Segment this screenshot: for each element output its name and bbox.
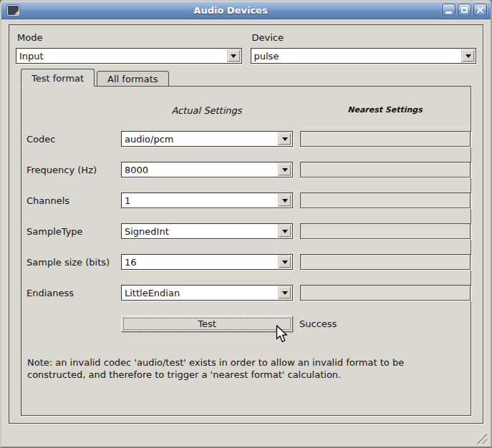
chevron-down-icon	[466, 54, 471, 58]
codec-selected-value: audio/pcm	[125, 134, 277, 145]
chevron-down-icon	[282, 230, 288, 233]
chevron-down-icon	[231, 54, 236, 58]
device-selected-value: pulse	[254, 51, 461, 62]
frequency-nearest-field	[300, 162, 471, 177]
sampletype-label: SampleType	[26, 226, 121, 237]
frequency-dropdown-button[interactable]	[279, 164, 291, 175]
row-channels: Channels 1	[26, 193, 471, 208]
row-samplesize: Sample size (bits) 16	[26, 254, 471, 270]
window-content: Mode Input Device pulse Test format Al	[1, 19, 491, 447]
note-text: Note: an invalid codec 'audio/test' exis…	[27, 356, 463, 381]
device-dropdown-button[interactable]	[462, 50, 474, 62]
close-button[interactable]	[473, 4, 487, 16]
codec-dropdown-button[interactable]	[279, 133, 291, 145]
maximize-button[interactable]	[458, 4, 471, 16]
endianess-selected-value: LittleEndian	[125, 288, 277, 298]
window-title: Audio Devices	[19, 5, 442, 16]
codec-select[interactable]: audio/pcm	[121, 131, 293, 147]
test-row: Test Success	[26, 316, 471, 332]
endianess-dropdown-button[interactable]	[279, 287, 291, 298]
samplesize-selected-value: 16	[125, 257, 277, 268]
row-sampletype: SampleType SignedInt	[26, 223, 471, 239]
settings-headers: Actual Settings Nearest Settings	[21, 105, 471, 116]
row-endianess: Endianess LittleEndian	[26, 285, 471, 301]
titlebar[interactable]: Audio Devices	[1, 1, 491, 19]
mode-label: Mode	[17, 32, 242, 43]
channels-selected-value: 1	[125, 195, 277, 206]
sampletype-selected-value: SignedInt	[125, 226, 277, 237]
channels-label: Channels	[26, 195, 121, 206]
chevron-down-icon	[282, 260, 288, 264]
close-icon	[476, 6, 484, 14]
window-menu-icon[interactable]	[7, 5, 19, 16]
row-codec: Codec audio/pcm	[26, 131, 471, 147]
codec-label: Codec	[26, 134, 121, 145]
resize-grip-icon[interactable]	[476, 433, 487, 444]
endianess-label: Endianess	[26, 288, 121, 298]
device-select[interactable]: pulse	[251, 48, 477, 64]
frequency-selected-value: 8000	[125, 165, 277, 175]
chevron-down-icon	[282, 291, 288, 295]
chevron-down-icon	[282, 199, 288, 203]
mode-field: Mode Input	[16, 31, 242, 64]
minimize-button[interactable]	[442, 4, 455, 16]
tab-bar: Test format All formats	[21, 69, 476, 87]
mode-device-row: Mode Input Device pulse	[16, 31, 476, 64]
window-controls	[442, 4, 487, 16]
samplesize-dropdown-button[interactable]	[279, 256, 291, 268]
status-text: Success	[299, 318, 337, 329]
status-bar	[1, 424, 491, 447]
samplesize-label: Sample size (bits)	[26, 257, 121, 268]
samplesize-select[interactable]: 16	[121, 254, 293, 270]
chevron-down-icon	[282, 137, 288, 141]
test-button[interactable]: Test	[121, 316, 293, 332]
device-field: Device pulse	[251, 31, 477, 64]
audio-devices-window: Audio Devices Mode Input Device	[0, 0, 492, 448]
codec-nearest-field	[300, 131, 471, 147]
endianess-nearest-field	[300, 285, 471, 301]
tab-test-format[interactable]: Test format	[21, 69, 95, 87]
chevron-down-icon	[282, 168, 288, 172]
nearest-settings-header: Nearest Settings	[299, 105, 471, 116]
mode-dropdown-button[interactable]	[228, 50, 240, 62]
mode-select[interactable]: Input	[16, 48, 242, 64]
sampletype-dropdown-button[interactable]	[279, 225, 291, 237]
minimize-icon	[445, 11, 452, 14]
tab-all-formats[interactable]: All formats	[97, 71, 168, 87]
sampletype-select[interactable]: SignedInt	[121, 223, 293, 239]
sampletype-nearest-field	[300, 223, 471, 239]
actual-settings-header: Actual Settings	[121, 105, 292, 116]
maximize-icon	[461, 7, 468, 13]
channels-nearest-field	[300, 193, 471, 208]
row-frequency: Frequency (Hz) 8000	[26, 162, 471, 177]
frequency-select[interactable]: 8000	[121, 162, 293, 177]
endianess-select[interactable]: LittleEndian	[121, 285, 293, 301]
channels-dropdown-button[interactable]	[279, 195, 291, 206]
samplesize-nearest-field	[300, 254, 471, 270]
channels-select[interactable]: 1	[121, 193, 293, 208]
mode-selected-value: Input	[19, 51, 226, 62]
test-format-panel: Actual Settings Nearest Settings Codec a…	[21, 86, 471, 416]
frequency-label: Frequency (Hz)	[26, 165, 121, 175]
central-frame: Mode Input Device pulse Test format Al	[9, 24, 483, 424]
device-label: Device	[252, 32, 477, 43]
